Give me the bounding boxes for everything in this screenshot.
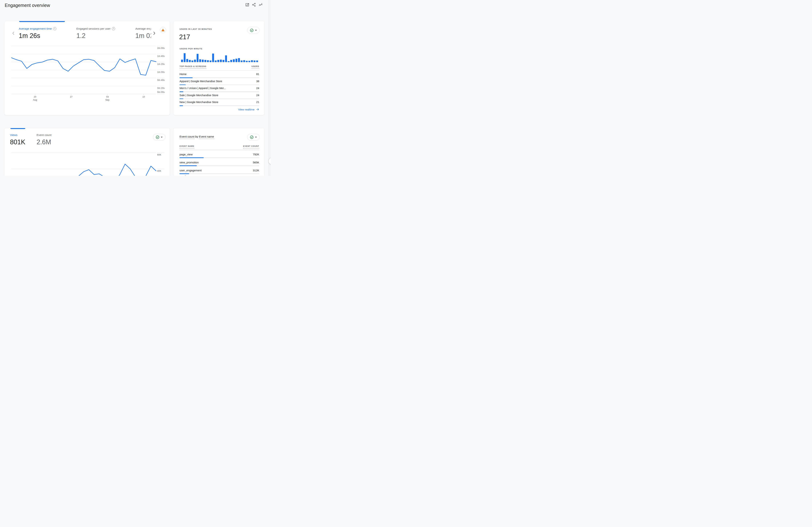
row-bar xyxy=(179,165,259,166)
tab-event-count[interactable]: Event count 2.6M xyxy=(37,133,52,146)
metric-label: Views xyxy=(10,133,17,137)
data-quality-dropdown[interactable] xyxy=(247,27,260,34)
column-header-users[interactable]: USERS xyxy=(251,65,259,69)
dimension-selector[interactable]: Event name xyxy=(199,135,214,139)
anomaly-warning-icon[interactable] xyxy=(160,27,166,33)
row-bar xyxy=(179,105,259,106)
table-row: Men's / Unisex | Apparel | Google Mer...… xyxy=(179,87,259,90)
users-per-minute-label: USERS PER MINUTE xyxy=(179,48,202,50)
metric-label: Average engagement time xyxy=(19,27,52,30)
users-last-30min-value: 217 xyxy=(179,33,190,41)
y-tick-label: 40K xyxy=(157,170,161,172)
y-tick-label: 0m 00s xyxy=(157,91,165,93)
chevron-down-icon xyxy=(161,137,163,138)
metric-label: Average engagement time per session xyxy=(135,27,152,30)
table-divider xyxy=(179,150,259,150)
table-row: view_promotion565K xyxy=(179,161,259,164)
column-header-event-name[interactable]: EVENT NAME xyxy=(179,145,194,149)
y-tick-label: 2m 00s xyxy=(157,47,165,49)
card-title: Event count by Event name xyxy=(179,135,214,138)
chevron-down-icon xyxy=(255,30,257,31)
y-tick-label: 60K xyxy=(157,153,161,156)
tab-views[interactable]: Views 801K xyxy=(10,133,25,146)
active-tab-indicator xyxy=(19,21,65,22)
engagement-overview-page: Engagement overview Ave xyxy=(0,0,271,176)
arrow-right-icon xyxy=(256,108,259,111)
row-bar xyxy=(179,99,259,99)
x-tick-label: 27 xyxy=(70,95,73,99)
green-check-icon xyxy=(156,135,159,139)
metric-value: 1m 26s xyxy=(19,32,56,40)
metric-value: 1.2 xyxy=(76,32,115,40)
realtime-title: USERS IN LAST 30 MINUTES xyxy=(179,28,212,30)
top-pages-table: TOP PAGES & SCREENS USERS xyxy=(179,65,259,71)
y-tick-label: 1m 20s xyxy=(157,63,165,65)
y-tick-label: 0m 40s xyxy=(157,79,165,81)
row-bar xyxy=(179,91,259,92)
row-bar xyxy=(179,174,259,174)
column-header-pages[interactable]: TOP PAGES & SCREENS xyxy=(179,65,206,69)
table-row: user_engagement312K xyxy=(179,169,259,172)
metric-value: 1m 02s xyxy=(135,32,152,40)
table-row: New | Google Merchandise Store21 xyxy=(179,101,259,104)
column-header-event-count[interactable]: EVENT COUNT xyxy=(243,145,259,149)
y-tick-label: 1m 00s xyxy=(157,71,165,73)
engagement-time-line-chart xyxy=(11,46,164,96)
tab-average-engagement-time[interactable]: Average engagement time ? 1m 26s xyxy=(19,27,56,40)
scrollbar-track[interactable] xyxy=(269,0,271,176)
metric-selector[interactable]: Event count xyxy=(179,135,194,139)
x-axis-labels: 20Aug2703Sep10 xyxy=(11,95,156,103)
carousel-left-chevron-icon[interactable] xyxy=(12,31,15,35)
tab-engaged-sessions-per-user[interactable]: Engaged sessions per user ? 1.2 xyxy=(76,27,115,40)
chevron-down-icon xyxy=(255,137,257,138)
help-icon[interactable]: ? xyxy=(53,27,56,30)
data-quality-dropdown[interactable] xyxy=(153,134,165,140)
metric-value: 2.6M xyxy=(37,138,52,146)
events-card: Event count by Event name EVENT NAME EVE… xyxy=(173,128,264,176)
active-tab-indicator xyxy=(10,128,25,129)
y-tick-label: 1m 40s xyxy=(157,55,165,57)
row-bar xyxy=(179,77,259,78)
tab-average-engagement-time-per-session[interactable]: Average engagement time per session 1m 0… xyxy=(135,27,152,42)
green-check-icon xyxy=(250,135,253,139)
x-tick-label: 20Aug xyxy=(33,95,37,102)
data-quality-dropdown[interactable] xyxy=(247,134,260,140)
carousel-right-chevron-icon[interactable] xyxy=(153,31,156,35)
row-bar xyxy=(179,157,259,158)
table-row: page_view792K xyxy=(179,153,259,156)
metric-label: Event count xyxy=(37,133,52,137)
edit-report-icon[interactable] xyxy=(245,2,250,7)
y-axis-labels: 2m 00s1m 40s1m 20s1m 00s0m 40s0m 20s0m 0… xyxy=(157,46,170,95)
y-tick-label: 0m 20s xyxy=(157,87,165,89)
events-table: EVENT NAME EVENT COUNT xyxy=(179,145,259,150)
table-row: Apparel | Google Merchandise Store38 xyxy=(179,80,259,83)
x-tick-label: 10 xyxy=(142,95,145,99)
realtime-card: USERS IN LAST 30 MINUTES 217 USERS PER M… xyxy=(173,21,264,115)
row-bar xyxy=(179,85,259,85)
users-per-minute-bar-chart xyxy=(181,53,259,63)
share-icon[interactable] xyxy=(252,2,257,7)
table-row: Home81 xyxy=(179,73,259,76)
metric-value: 801K xyxy=(10,138,25,146)
green-check-icon xyxy=(250,29,253,32)
table-row: scroll126K xyxy=(179,175,259,176)
x-tick-label: 03Sep xyxy=(105,95,109,102)
metric-label: Engaged sessions per user xyxy=(76,27,111,30)
table-divider xyxy=(179,70,259,71)
page-title: Engagement overview xyxy=(5,3,50,8)
help-icon[interactable]: ? xyxy=(112,27,115,30)
insights-icon[interactable] xyxy=(259,2,263,7)
engagement-metrics-card: Average engagement time ? 1m 26s Engaged… xyxy=(4,21,170,115)
view-realtime-link[interactable]: View realtime xyxy=(238,108,259,111)
table-row: Sale | Google Merchandise Store24 xyxy=(179,94,259,97)
views-card: Views 801K Event count 2.6M 60K40K xyxy=(4,128,170,176)
y-axis-labels: 60K40K xyxy=(157,152,170,176)
views-line-chart xyxy=(11,152,164,176)
